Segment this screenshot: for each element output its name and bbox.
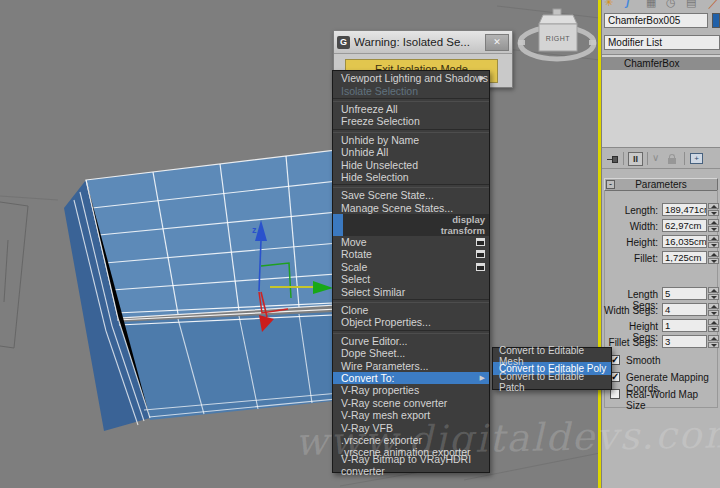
pin-stack-icon[interactable] bbox=[607, 156, 619, 163]
menu-item-unfreeze-all[interactable]: Unfreeze All bbox=[333, 103, 489, 115]
modifier-stack-toolbar: II ∨ + bbox=[602, 150, 720, 169]
width-segs-field[interactable]: 4 bbox=[662, 303, 707, 316]
length-segs-spinner[interactable] bbox=[708, 287, 719, 300]
command-panel: ✳ ʃ ▦ ◷ ▤ ／ ChamferBox005 Modifier List … bbox=[602, 0, 720, 488]
checkbox-row-generate-mapping: ✓ Generate Mapping Coords. bbox=[602, 372, 720, 384]
menu-item-viewport-lighting[interactable]: Viewport Lighting and Shadows ▶ bbox=[333, 72, 489, 84]
hierarchy-tab-icon[interactable]: ▦ bbox=[646, 0, 656, 9]
real-world-map-size-checkbox[interactable] bbox=[610, 389, 620, 399]
create-tab-icon[interactable]: ✳ bbox=[604, 0, 613, 9]
height-spinner[interactable] bbox=[708, 235, 719, 248]
submenu-item-editable-patch[interactable]: Convert to Editable Patch bbox=[493, 375, 611, 388]
viewcube-top-face[interactable] bbox=[539, 15, 577, 24]
command-panel-tabs[interactable]: ✳ ʃ ▦ ◷ ▤ ／ bbox=[602, 0, 720, 10]
param-row-fillet-segs: Fillet Segs: 3 bbox=[602, 335, 720, 349]
max-logo-icon: G bbox=[337, 36, 350, 49]
height-segs-spinner[interactable] bbox=[708, 319, 719, 332]
menu-item-select-similar[interactable]: Select Similar bbox=[333, 285, 489, 297]
make-unique-icon[interactable]: ∨ bbox=[652, 152, 659, 163]
param-row-width-segs: Width Segs: 4 bbox=[602, 303, 720, 317]
remove-modifier-lock-icon[interactable] bbox=[668, 158, 676, 164]
menu-item-unhide-by-name[interactable]: Unhide by Name bbox=[333, 134, 489, 146]
check-icon: ✓ bbox=[611, 354, 619, 365]
toolbar-divider bbox=[647, 152, 648, 165]
quad-header-transform[interactable]: transform bbox=[333, 225, 489, 236]
menu-item-vray-scene-converter[interactable]: V-Ray scene converter bbox=[333, 397, 489, 409]
width-segs-spinner[interactable] bbox=[708, 303, 719, 316]
rollout-collapse-icon[interactable]: - bbox=[606, 180, 615, 189]
dialog-close-button[interactable]: ✕ bbox=[485, 34, 509, 51]
fillet-field[interactable]: 1,725cm bbox=[662, 251, 707, 264]
menu-item-wire-parameters[interactable]: Wire Parameters... bbox=[333, 359, 489, 371]
toolbar-divider bbox=[684, 152, 685, 165]
submenu-arrow-icon: ▶ bbox=[480, 374, 485, 382]
menu-item-vray-bitmap-converter[interactable]: V-Ray Bitmap to VRayHDRI converter bbox=[333, 459, 489, 471]
object-color-swatch[interactable] bbox=[712, 13, 720, 28]
settings-box-icon[interactable] bbox=[476, 238, 485, 246]
menu-item-select[interactable]: Select bbox=[333, 273, 489, 285]
menu-separator bbox=[333, 184, 489, 188]
menu-item-hide-unselected[interactable]: Hide Unselected bbox=[333, 158, 489, 170]
quad-header-marker bbox=[333, 214, 343, 225]
menu-item-vray-mesh-export[interactable]: V-Ray mesh export bbox=[333, 409, 489, 421]
fillet-segs-field[interactable]: 3 bbox=[662, 335, 707, 348]
modifier-list-dropdown[interactable]: Modifier List bbox=[604, 35, 720, 50]
show-end-result-button[interactable]: II bbox=[628, 152, 643, 166]
menu-item-dope-sheet[interactable]: Dope Sheet... bbox=[333, 347, 489, 359]
settings-box-icon[interactable] bbox=[476, 250, 485, 258]
quad-header-marker bbox=[333, 225, 343, 236]
modify-tab-icon[interactable]: ʃ bbox=[626, 0, 630, 8]
width-field[interactable]: 62,97cm bbox=[662, 219, 707, 232]
dialog-titlebar[interactable]: G Warning: Isolated Se... ✕ bbox=[334, 31, 512, 54]
context-menu: Viewport Lighting and Shadows ▶ Isolate … bbox=[332, 70, 490, 473]
check-icon: ✓ bbox=[611, 371, 619, 382]
menu-separator bbox=[333, 129, 489, 133]
param-row-length: Length: 189,471cm bbox=[602, 203, 720, 217]
rollout-title: Parameters bbox=[635, 179, 687, 190]
menu-item-save-scene-state[interactable]: Save Scene State... bbox=[333, 189, 489, 201]
modifier-stack[interactable]: ChamferBox bbox=[602, 54, 720, 148]
param-row-width: Width: 62,97cm bbox=[602, 219, 720, 233]
param-row-height-segs: Height Segs: 1 bbox=[602, 319, 720, 333]
menu-item-freeze-selection[interactable]: Freeze Selection bbox=[333, 115, 489, 127]
dialog-title: Warning: Isolated Se... bbox=[354, 36, 485, 48]
settings-box-icon[interactable] bbox=[476, 263, 485, 271]
menu-item-scale[interactable]: Scale bbox=[333, 261, 489, 273]
gizmo-z-axis-label: z bbox=[252, 225, 257, 235]
object-name-field[interactable]: ChamferBox005 bbox=[604, 13, 708, 28]
fillet-spinner[interactable] bbox=[708, 251, 719, 264]
menu-item-vray-vfb[interactable]: V-Ray VFB bbox=[333, 421, 489, 433]
checkbox-row-smooth: ✓ Smooth bbox=[602, 355, 720, 367]
motion-tab-icon[interactable]: ◷ bbox=[666, 0, 676, 9]
length-segs-field[interactable]: 5 bbox=[662, 287, 707, 300]
length-field[interactable]: 189,471cm bbox=[662, 203, 707, 216]
submenu-arrow-icon: ▶ bbox=[480, 74, 485, 82]
menu-item-convert-to[interactable]: Convert To: ▶ bbox=[333, 372, 489, 384]
menu-item-hide-selection[interactable]: Hide Selection bbox=[333, 171, 489, 183]
menu-item-unhide-all[interactable]: Unhide All bbox=[333, 146, 489, 158]
utilities-tab-icon[interactable]: ／ bbox=[708, 0, 719, 10]
height-field[interactable]: 16,035cm bbox=[662, 235, 707, 248]
length-spinner[interactable] bbox=[708, 203, 719, 216]
quad-header-display[interactable]: display bbox=[333, 214, 489, 225]
menu-item-object-properties[interactable]: Object Properties... bbox=[333, 316, 489, 328]
menu-item-vray-properties[interactable]: V-Ray properties bbox=[333, 384, 489, 396]
submenu-item-editable-mesh[interactable]: Convert to Editable Mesh bbox=[493, 349, 611, 362]
menu-item-move[interactable]: Move bbox=[333, 236, 489, 248]
width-spinner[interactable] bbox=[708, 219, 719, 232]
modifier-stack-item-chamferbox[interactable]: ChamferBox bbox=[602, 57, 720, 70]
menu-item-manage-scene-states[interactable]: Manage Scene States... bbox=[333, 202, 489, 214]
menu-item-vrscene-exporter[interactable]: .vrscene exporter bbox=[333, 434, 489, 446]
convert-to-submenu: Convert to Editable Mesh Convert to Edit… bbox=[492, 347, 612, 390]
3dsmax-window: z RIGHT G Warning: Isolated Se... ✕ bbox=[0, 0, 720, 488]
param-row-height: Height: 16,035cm bbox=[602, 235, 720, 249]
display-tab-icon[interactable]: ▤ bbox=[686, 0, 696, 9]
menu-item-rotate[interactable]: Rotate bbox=[333, 248, 489, 260]
configure-modifier-sets-icon[interactable]: + bbox=[690, 153, 703, 164]
checkbox-row-real-world-map: Real-World Map Size bbox=[602, 389, 720, 401]
menu-item-clone[interactable]: Clone bbox=[333, 304, 489, 316]
fillet-segs-spinner[interactable] bbox=[708, 335, 719, 348]
height-segs-field[interactable]: 1 bbox=[662, 319, 707, 332]
menu-item-curve-editor[interactable]: Curve Editor... bbox=[333, 335, 489, 347]
viewcube-face-label: RIGHT bbox=[546, 35, 571, 42]
